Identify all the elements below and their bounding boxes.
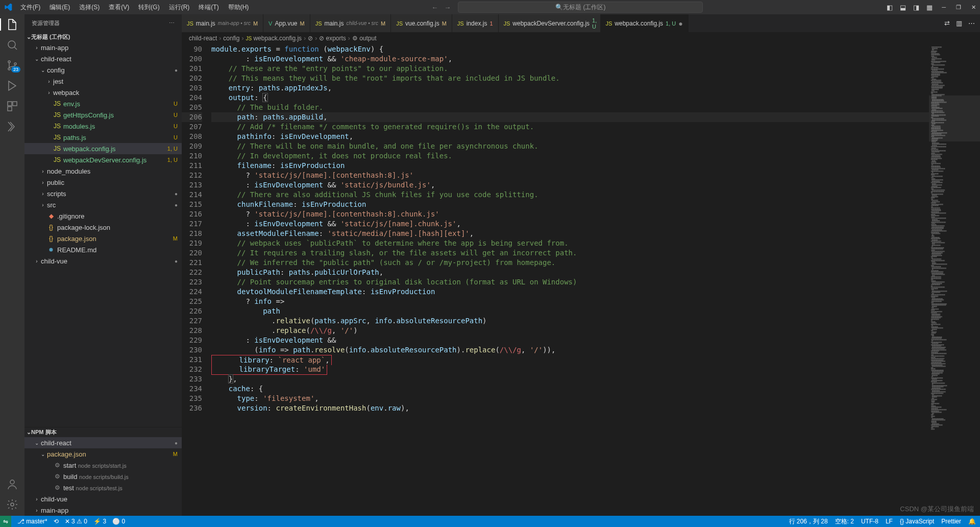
code-content[interactable]: module.exports = function (webpackEnv) {… — [211, 44, 929, 516]
npm-item[interactable]: ⚙test node scripts/test.js — [24, 482, 182, 493]
diagnostics[interactable]: ⚡ 3 — [93, 518, 106, 525]
tree-folder[interactable]: ⌄child-react — [24, 53, 182, 64]
npm-item[interactable]: ›child-vue — [24, 493, 182, 505]
menu-item[interactable]: 运行(R) — [165, 2, 194, 13]
line-gutter: 9020020120220320420520620720820921021121… — [182, 44, 211, 516]
menu-item[interactable]: 转到(G) — [134, 2, 163, 13]
account-icon[interactable] — [6, 478, 18, 490]
minimap[interactable]: ██████████████ ████████ ███ ████████ ███… — [929, 44, 980, 516]
search-icon[interactable] — [6, 39, 18, 51]
workspace-root[interactable]: ⌄无标题 (工作区) — [24, 32, 182, 42]
breadcrumb[interactable]: child-react›config›JS webpack.config.js›… — [182, 32, 980, 44]
maximize-icon[interactable]: ❐ — [956, 4, 961, 11]
editor-tab[interactable]: JSvue.config.jsM — [391, 14, 452, 32]
split-editor-icon[interactable]: ▥ — [956, 19, 962, 27]
tree-folder[interactable]: ›node_modules — [24, 165, 182, 177]
problems[interactable]: ✕ 3 ⚠ 0 — [65, 518, 87, 525]
eol[interactable]: LF — [886, 518, 893, 525]
npm-item[interactable]: ⚙build node scripts/build.js — [24, 471, 182, 482]
nav-forward-icon[interactable]: → — [444, 4, 451, 11]
prettier-status[interactable]: Prettier — [941, 518, 961, 525]
editor-tab[interactable]: JSwebpack.config.js1, U● — [601, 14, 689, 32]
menu-item[interactable]: 文件(F) — [16, 2, 44, 13]
tree-file[interactable]: JSgetHttpsConfig.jsU — [24, 109, 182, 121]
git-branch[interactable]: ⎇ master* — [17, 518, 47, 525]
npm-item[interactable]: ›main-app — [24, 505, 182, 516]
language-mode[interactable]: {} JavaScript — [900, 518, 934, 525]
npm-item[interactable]: ⌄child-react● — [24, 437, 182, 448]
tree-file[interactable]: {}package.jsonM — [24, 233, 182, 244]
tree-folder[interactable]: ›child-vue● — [24, 255, 182, 267]
breadcrumb-item[interactable]: ⊘ — [308, 35, 313, 42]
menu-item[interactable]: 帮助(H) — [224, 2, 253, 13]
extensions-icon[interactable] — [6, 100, 18, 112]
sync-icon[interactable]: ⟲ — [54, 518, 59, 525]
more-actions-icon[interactable]: ⋯ — [968, 19, 975, 27]
svg-rect-5 — [13, 102, 17, 106]
editor-tab[interactable]: VApp.vueM — [263, 14, 310, 32]
layout-panel-icon[interactable]: ⬓ — [900, 4, 906, 11]
menu-item[interactable]: 终端(T) — [194, 2, 223, 13]
tree-file[interactable]: ◆.gitignore — [24, 210, 182, 222]
tree-folder[interactable]: ›jest — [24, 76, 182, 87]
svg-point-9 — [50, 248, 53, 252]
breadcrumb-item[interactable]: ⊘ exports — [319, 35, 346, 42]
minimap-viewport[interactable] — [929, 95, 980, 141]
remote-indicator[interactable]: ⇋ — [0, 516, 11, 527]
tree-file[interactable]: {}package-lock.json — [24, 222, 182, 233]
editor-tab[interactable]: JSwebpackDevServer.config.js1, U — [499, 14, 601, 32]
tree-folder[interactable]: ›webpack — [24, 87, 182, 98]
npm-item[interactable]: ⚙start node scripts/start.js — [24, 460, 182, 471]
port-forward[interactable]: ⚪ 0 — [112, 518, 125, 525]
layout-sidebar-right-icon[interactable]: ◨ — [913, 4, 919, 11]
minimize-icon[interactable]: ─ — [942, 4, 946, 11]
tree-file[interactable]: README.md — [24, 244, 182, 255]
tree-file[interactable]: JSwebpack.config.js1, U — [24, 143, 182, 154]
svg-point-1 — [8, 61, 10, 63]
notifications-bell-icon[interactable]: 🔔 — [968, 518, 976, 525]
tree-folder[interactable]: ›src● — [24, 199, 182, 210]
breadcrumb-item[interactable]: config — [223, 35, 239, 42]
tree-folder[interactable]: ›public — [24, 177, 182, 188]
close-window-icon[interactable]: ✕ — [971, 4, 976, 11]
npm-item[interactable]: ⌄package.jsonM — [24, 448, 182, 460]
menu-item[interactable]: 选择(S) — [75, 2, 104, 13]
tree-folder[interactable]: ›scripts● — [24, 188, 182, 199]
editor-tab[interactable]: JSindex.js1 — [452, 14, 499, 32]
indent[interactable]: 空格: 2 — [835, 517, 854, 526]
breadcrumb-item[interactable]: child-react — [189, 35, 217, 42]
editor-tab[interactable]: JSmain.jsmain-app • srcM — [182, 14, 263, 32]
layout-customize-icon[interactable]: ▦ — [926, 4, 933, 11]
nav-back-icon[interactable]: ← — [431, 4, 438, 11]
vscode-logo-icon — [4, 3, 12, 11]
tree-folder[interactable]: ⌄config● — [24, 64, 182, 76]
tree-file[interactable]: JSmodules.jsU — [24, 121, 182, 132]
run-debug-icon[interactable] — [6, 80, 18, 92]
settings-gear-icon[interactable] — [6, 498, 18, 511]
svg-point-0 — [8, 41, 15, 48]
tree-folder[interactable]: ›main-app — [24, 42, 182, 53]
cursor-position[interactable]: 行 206，列 28 — [789, 517, 828, 526]
tree-file[interactable]: JSpaths.jsU — [24, 132, 182, 143]
editor-tab[interactable]: JSmain.jschild-vue • srcM — [310, 14, 391, 32]
sidebar-title: 资源管理器 — [32, 19, 60, 27]
source-control-icon[interactable]: 23 — [6, 59, 18, 71]
tree-file[interactable]: JSwebpackDevServer.config.js1, U — [24, 154, 182, 165]
command-center[interactable]: 🔍 无标题 (工作区) — [458, 2, 703, 13]
compare-changes-icon[interactable]: ⇄ — [944, 19, 950, 27]
breadcrumb-item[interactable]: JS webpack.config.js — [246, 35, 302, 42]
svg-rect-6 — [8, 107, 12, 111]
encoding[interactable]: UTF-8 — [861, 518, 878, 525]
explorer-icon[interactable] — [6, 18, 18, 31]
npm-scripts-section[interactable]: ⌄NPM 脚本 — [24, 427, 182, 437]
gitlens-icon[interactable] — [6, 121, 18, 133]
more-icon[interactable]: ⋯ — [169, 20, 175, 27]
layout-sidebar-left-icon[interactable]: ◧ — [887, 4, 893, 11]
tree-file[interactable]: JSenv.jsU — [24, 98, 182, 109]
tab-close-icon[interactable]: ● — [678, 19, 682, 28]
breadcrumb-item[interactable]: ⚙ output — [352, 35, 377, 42]
menu-item[interactable]: 编辑(E) — [45, 2, 74, 13]
npm-title: NPM 脚本 — [31, 428, 57, 436]
file-tree: ›main-app⌄child-react⌄config●›jest›webpa… — [24, 42, 182, 427]
menu-item[interactable]: 查看(V) — [105, 2, 133, 13]
